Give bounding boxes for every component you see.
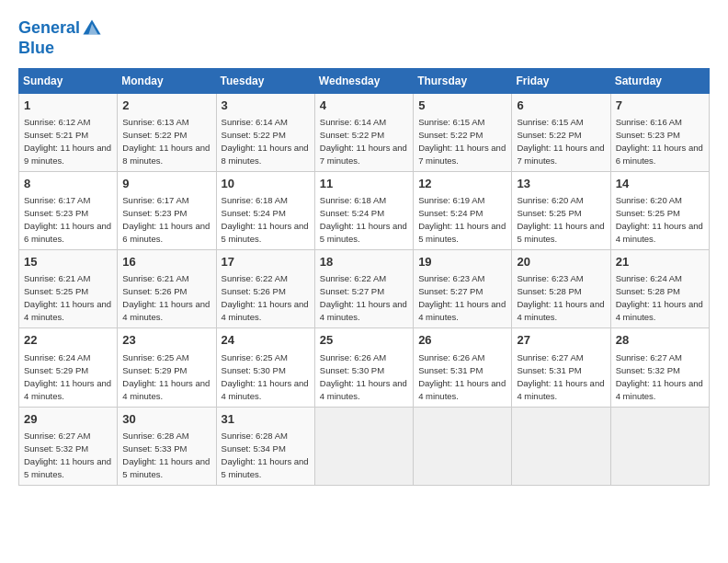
calendar-cell xyxy=(512,407,610,485)
day-info: Sunrise: 6:23 AMSunset: 5:27 PMDaylight:… xyxy=(418,273,506,322)
calendar-week-row: 15Sunrise: 6:21 AMSunset: 5:25 PMDayligh… xyxy=(19,250,710,328)
day-info: Sunrise: 6:19 AMSunset: 5:24 PMDaylight:… xyxy=(418,195,506,244)
calendar-cell: 19Sunrise: 6:23 AMSunset: 5:27 PMDayligh… xyxy=(414,250,512,328)
calendar-cell: 28Sunrise: 6:27 AMSunset: 5:32 PMDayligh… xyxy=(610,328,709,407)
calendar-cell: 18Sunrise: 6:22 AMSunset: 5:27 PMDayligh… xyxy=(314,250,413,328)
day-info: Sunrise: 6:17 AMSunset: 5:23 PMDaylight:… xyxy=(122,195,210,244)
day-info: Sunrise: 6:26 AMSunset: 5:30 PMDaylight:… xyxy=(320,352,407,401)
day-number: 23 xyxy=(122,332,210,349)
day-number: 4 xyxy=(320,98,408,114)
day-info: Sunrise: 6:27 AMSunset: 5:32 PMDaylight:… xyxy=(616,352,703,401)
calendar-cell: 27Sunrise: 6:27 AMSunset: 5:31 PMDayligh… xyxy=(512,328,610,407)
day-number: 7 xyxy=(616,98,704,114)
day-number: 18 xyxy=(320,254,408,270)
day-header: Friday xyxy=(512,68,610,93)
calendar-cell: 31Sunrise: 6:28 AMSunset: 5:34 PMDayligh… xyxy=(216,407,314,485)
calendar-cell xyxy=(414,407,512,485)
calendar-cell: 4Sunrise: 6:14 AMSunset: 5:22 PMDaylight… xyxy=(314,93,413,171)
day-info: Sunrise: 6:27 AMSunset: 5:32 PMDaylight:… xyxy=(24,431,111,479)
calendar-cell: 6Sunrise: 6:15 AMSunset: 5:22 PMDaylight… xyxy=(512,93,610,171)
calendar-week-row: 8Sunrise: 6:17 AMSunset: 5:23 PMDaylight… xyxy=(19,172,710,250)
day-info: Sunrise: 6:15 AMSunset: 5:22 PMDaylight:… xyxy=(517,117,604,166)
day-number: 26 xyxy=(418,332,506,349)
day-info: Sunrise: 6:12 AMSunset: 5:21 PMDaylight:… xyxy=(24,117,111,166)
calendar-cell: 2Sunrise: 6:13 AMSunset: 5:22 PMDaylight… xyxy=(118,93,216,171)
day-info: Sunrise: 6:14 AMSunset: 5:22 PMDaylight:… xyxy=(222,117,309,166)
calendar-week-row: 22Sunrise: 6:24 AMSunset: 5:29 PMDayligh… xyxy=(19,328,710,407)
day-number: 29 xyxy=(24,411,112,428)
day-info: Sunrise: 6:24 AMSunset: 5:28 PMDaylight:… xyxy=(616,273,703,322)
day-info: Sunrise: 6:25 AMSunset: 5:30 PMDaylight:… xyxy=(222,352,309,401)
calendar-cell xyxy=(314,407,413,485)
day-number: 31 xyxy=(222,411,310,428)
day-number: 5 xyxy=(418,98,506,114)
day-number: 17 xyxy=(222,254,310,270)
day-number: 22 xyxy=(24,332,112,349)
day-number: 16 xyxy=(122,254,210,270)
calendar-week-row: 29Sunrise: 6:27 AMSunset: 5:32 PMDayligh… xyxy=(19,407,710,485)
day-number: 11 xyxy=(320,176,408,192)
calendar-cell: 7Sunrise: 6:16 AMSunset: 5:23 PMDaylight… xyxy=(610,93,709,171)
calendar-cell: 26Sunrise: 6:26 AMSunset: 5:31 PMDayligh… xyxy=(414,328,512,407)
calendar-cell: 24Sunrise: 6:25 AMSunset: 5:30 PMDayligh… xyxy=(216,328,314,407)
calendar-cell: 23Sunrise: 6:25 AMSunset: 5:29 PMDayligh… xyxy=(118,328,216,407)
calendar-cell: 21Sunrise: 6:24 AMSunset: 5:28 PMDayligh… xyxy=(610,250,709,328)
day-number: 6 xyxy=(517,98,605,114)
calendar-cell: 9Sunrise: 6:17 AMSunset: 5:23 PMDaylight… xyxy=(118,172,216,250)
header: General Blue xyxy=(18,18,710,59)
day-header: Wednesday xyxy=(314,68,413,93)
day-number: 27 xyxy=(517,332,605,349)
day-info: Sunrise: 6:14 AMSunset: 5:22 PMDaylight:… xyxy=(320,117,407,166)
calendar-body: 1Sunrise: 6:12 AMSunset: 5:21 PMDaylight… xyxy=(19,93,710,485)
day-number: 9 xyxy=(122,176,210,192)
day-header: Saturday xyxy=(610,68,709,93)
day-info: Sunrise: 6:25 AMSunset: 5:29 PMDaylight:… xyxy=(122,352,210,401)
calendar-cell: 13Sunrise: 6:20 AMSunset: 5:25 PMDayligh… xyxy=(512,172,610,250)
calendar-cell: 10Sunrise: 6:18 AMSunset: 5:24 PMDayligh… xyxy=(216,172,314,250)
calendar-cell: 30Sunrise: 6:28 AMSunset: 5:33 PMDayligh… xyxy=(118,407,216,485)
day-number: 19 xyxy=(418,254,506,270)
day-info: Sunrise: 6:27 AMSunset: 5:31 PMDaylight:… xyxy=(517,352,604,401)
calendar-cell: 5Sunrise: 6:15 AMSunset: 5:22 PMDaylight… xyxy=(414,93,512,171)
day-header: Thursday xyxy=(414,68,512,93)
calendar-cell: 16Sunrise: 6:21 AMSunset: 5:26 PMDayligh… xyxy=(118,250,216,328)
calendar-table: SundayMondayTuesdayWednesdayThursdayFrid… xyxy=(18,68,710,486)
calendar-cell: 12Sunrise: 6:19 AMSunset: 5:24 PMDayligh… xyxy=(414,172,512,250)
day-number: 3 xyxy=(222,98,310,114)
calendar-cell: 29Sunrise: 6:27 AMSunset: 5:32 PMDayligh… xyxy=(19,407,118,485)
day-info: Sunrise: 6:21 AMSunset: 5:25 PMDaylight:… xyxy=(24,273,111,322)
day-info: Sunrise: 6:22 AMSunset: 5:26 PMDaylight:… xyxy=(222,273,309,322)
calendar-cell: 11Sunrise: 6:18 AMSunset: 5:24 PMDayligh… xyxy=(314,172,413,250)
day-info: Sunrise: 6:18 AMSunset: 5:24 PMDaylight:… xyxy=(222,195,309,244)
calendar-cell: 25Sunrise: 6:26 AMSunset: 5:30 PMDayligh… xyxy=(314,328,413,407)
day-info: Sunrise: 6:15 AMSunset: 5:22 PMDaylight:… xyxy=(418,117,506,166)
day-number: 15 xyxy=(24,254,112,270)
day-info: Sunrise: 6:22 AMSunset: 5:27 PMDaylight:… xyxy=(320,273,407,322)
day-number: 25 xyxy=(320,332,408,349)
day-info: Sunrise: 6:16 AMSunset: 5:23 PMDaylight:… xyxy=(616,117,703,166)
day-number: 1 xyxy=(24,98,112,114)
day-header: Sunday xyxy=(19,68,118,93)
day-info: Sunrise: 6:28 AMSunset: 5:33 PMDaylight:… xyxy=(122,431,210,479)
day-info: Sunrise: 6:13 AMSunset: 5:22 PMDaylight:… xyxy=(122,117,210,166)
day-info: Sunrise: 6:28 AMSunset: 5:34 PMDaylight:… xyxy=(222,431,309,479)
calendar-cell: 8Sunrise: 6:17 AMSunset: 5:23 PMDaylight… xyxy=(19,172,118,250)
day-number: 20 xyxy=(517,254,605,270)
day-number: 14 xyxy=(616,176,704,192)
day-info: Sunrise: 6:26 AMSunset: 5:31 PMDaylight:… xyxy=(418,352,506,401)
day-info: Sunrise: 6:20 AMSunset: 5:25 PMDaylight:… xyxy=(517,195,604,244)
calendar-week-row: 1Sunrise: 6:12 AMSunset: 5:21 PMDaylight… xyxy=(19,93,710,171)
day-number: 8 xyxy=(24,176,112,192)
day-number: 28 xyxy=(616,332,704,349)
day-info: Sunrise: 6:24 AMSunset: 5:29 PMDaylight:… xyxy=(24,352,111,401)
day-header: Monday xyxy=(118,68,216,93)
logo-icon xyxy=(82,18,102,39)
calendar-cell: 14Sunrise: 6:20 AMSunset: 5:25 PMDayligh… xyxy=(610,172,709,250)
calendar-cell: 1Sunrise: 6:12 AMSunset: 5:21 PMDaylight… xyxy=(19,93,118,171)
day-number: 13 xyxy=(517,176,605,192)
calendar-cell xyxy=(610,407,709,485)
calendar-cell: 22Sunrise: 6:24 AMSunset: 5:29 PMDayligh… xyxy=(19,328,118,407)
calendar-cell: 3Sunrise: 6:14 AMSunset: 5:22 PMDaylight… xyxy=(216,93,314,171)
logo: General Blue xyxy=(18,18,102,59)
day-number: 10 xyxy=(222,176,310,192)
